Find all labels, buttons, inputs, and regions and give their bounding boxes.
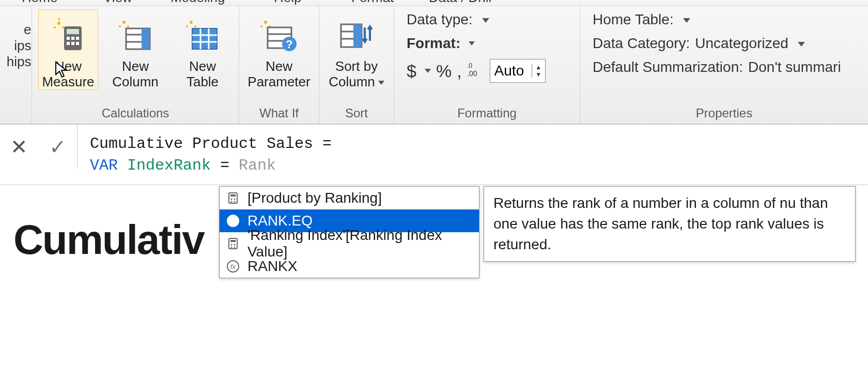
intellisense-item[interactable]: [Product by Ranking] <box>220 187 479 209</box>
svg-rect-38 <box>353 24 362 47</box>
new-table-icon <box>174 13 231 56</box>
new-measure-button[interactable]: New Measure <box>38 9 98 90</box>
formula-line-2: VAR IndexRank = Rank <box>90 155 856 176</box>
tab-home[interactable]: Home <box>22 0 57 6</box>
svg-rect-42 <box>230 194 236 197</box>
group-sort-caption: Sort <box>326 104 388 124</box>
trunc-row-2: hips <box>1 54 32 70</box>
svg-point-12 <box>122 21 126 24</box>
svg-point-51 <box>231 244 233 246</box>
group-sort: Sort by Column Sort <box>319 6 394 124</box>
data-type-dropdown[interactable] <box>478 11 489 28</box>
group-formatting-caption: Formatting <box>400 104 574 124</box>
svg-point-43 <box>231 199 233 200</box>
group-formatting: Data type: Format: $ % , .0.00 ▲▼ Forma <box>394 6 580 124</box>
new-parameter-label: New Parameter <box>247 58 311 89</box>
tab-view[interactable]: View <box>103 0 132 6</box>
svg-text:fx: fx <box>230 217 236 225</box>
svg-rect-8 <box>76 37 79 40</box>
sort-by-column-button[interactable]: Sort by Column <box>326 9 388 90</box>
function-icon: fx <box>226 259 240 274</box>
svg-point-54 <box>234 247 236 248</box>
spinner-up-icon[interactable]: ▲ <box>532 64 545 71</box>
intellisense-item[interactable]: 'Ranking Index'[Ranking Index Value] <box>220 232 479 255</box>
svg-point-45 <box>231 201 233 203</box>
group-properties: Home Table: Data Category: Uncategorized… <box>580 6 868 124</box>
intellisense-list[interactable]: [Product by Ranking]fxRANK.EQ'Ranking In… <box>219 186 479 278</box>
tab-datadrill[interactable]: Data / Drill <box>429 0 491 6</box>
home-table-dropdown[interactable] <box>679 11 690 28</box>
measure-icon <box>226 236 240 251</box>
tab-help[interactable]: Help <box>274 0 301 6</box>
percent-button[interactable]: % <box>436 61 452 81</box>
group-whatif-caption: What If <box>245 104 313 124</box>
svg-text:.00: .00 <box>467 69 477 77</box>
tab-modeling[interactable]: Modeling <box>171 0 225 6</box>
svg-rect-7 <box>71 37 74 40</box>
svg-rect-10 <box>71 42 74 45</box>
data-type-label: Data type: <box>407 11 473 28</box>
decimal-button[interactable]: .0.00 <box>467 62 485 80</box>
svg-point-52 <box>234 244 236 246</box>
data-category-dropdown[interactable] <box>794 35 805 52</box>
intellisense-popup: [Product by Ranking]fxRANK.EQ'Ranking In… <box>219 186 856 278</box>
group-calculations-caption: Calculations <box>38 104 233 124</box>
formula-commit-button[interactable]: ✓ <box>49 135 67 159</box>
decimal-places-input[interactable] <box>490 62 532 80</box>
svg-point-0 <box>57 22 60 25</box>
new-column-button[interactable]: New Column <box>105 9 165 90</box>
svg-point-46 <box>234 201 236 203</box>
svg-rect-5 <box>67 29 79 34</box>
format-label: Format: <box>407 35 460 52</box>
svg-point-53 <box>231 247 233 248</box>
svg-point-13 <box>119 25 121 27</box>
trunc-row-1: ips <box>1 38 32 54</box>
currency-button[interactable]: $ <box>407 61 416 81</box>
formula-line-1: Cumulative Product Sales = <box>90 133 856 155</box>
summarization-label: Default Summarization: <box>593 59 743 76</box>
data-category-value[interactable]: Uncategorized <box>695 35 788 52</box>
svg-text:.0: .0 <box>467 62 472 69</box>
formula-cancel-button[interactable]: ✕ <box>10 135 28 159</box>
svg-text:fx: fx <box>230 263 236 270</box>
ribbon: e ips hips New Measure <box>0 6 868 124</box>
svg-rect-50 <box>230 240 236 242</box>
currency-caret[interactable] <box>425 69 431 73</box>
new-table-button[interactable]: New Table <box>173 9 233 90</box>
svg-point-19 <box>190 21 193 24</box>
svg-text:?: ? <box>286 38 292 51</box>
svg-point-14 <box>127 25 129 27</box>
svg-point-28 <box>260 25 262 27</box>
decimal-places-spinner[interactable]: ▲▼ <box>490 59 546 83</box>
intellisense-item-label: 'Ranking Index'[Ranking Index Value] <box>247 227 473 260</box>
intellisense-tooltip: Returns the rank of a number in a column… <box>484 186 856 262</box>
report-canvas: Cumulativ [Product by Ranking]fxRANK.EQ'… <box>0 185 868 377</box>
new-parameter-icon: ? <box>247 13 311 56</box>
svg-point-21 <box>194 25 196 27</box>
cursor-icon <box>55 61 68 79</box>
new-table-label: New Table <box>174 58 231 89</box>
new-parameter-button[interactable]: ? New Parameter <box>245 9 313 90</box>
measure-icon <box>226 191 240 205</box>
svg-point-27 <box>264 21 267 24</box>
home-table-label: Home Table: <box>593 11 674 28</box>
new-column-icon <box>107 13 164 56</box>
summarization-value[interactable]: Don't summari <box>748 59 841 76</box>
svg-rect-11 <box>76 42 79 45</box>
formula-bar: ✕ ✓ Cumulative Product Sales = VAR Index… <box>0 124 868 185</box>
formula-editor[interactable]: Cumulative Product Sales = VAR IndexRank… <box>78 125 868 185</box>
format-dropdown-caret[interactable] <box>469 41 475 46</box>
svg-rect-9 <box>67 42 70 45</box>
svg-rect-6 <box>67 37 70 40</box>
tab-format[interactable]: Format <box>351 0 394 6</box>
visual-title: Cumulativ <box>13 216 204 264</box>
intellisense-item-label: RANKX <box>247 258 297 275</box>
tab-strip: Home View Modeling Help Format Data / Dr… <box>0 0 868 6</box>
svg-point-1 <box>54 26 56 28</box>
svg-point-3 <box>58 18 60 20</box>
svg-point-20 <box>186 25 188 27</box>
data-category-label: Data Category: <box>593 35 690 52</box>
spinner-down-icon[interactable]: ▼ <box>532 71 545 78</box>
thousands-button[interactable]: , <box>457 61 461 81</box>
sort-by-column-icon <box>327 13 386 56</box>
